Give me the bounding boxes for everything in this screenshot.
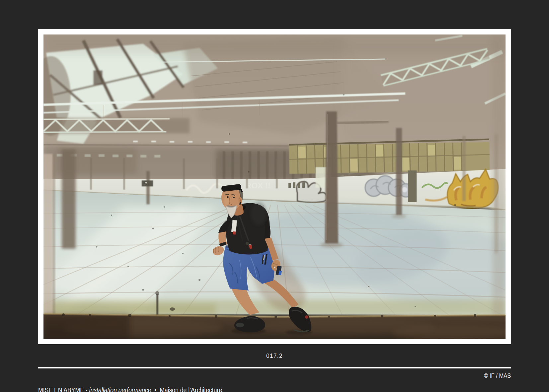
caption-venue: • Maison de l’Architecture bbox=[151, 386, 222, 392]
photo: ROX !! bbox=[43, 34, 506, 339]
divider-rule bbox=[38, 367, 511, 368]
caption-subtitle-italic: installation performance bbox=[89, 386, 151, 392]
plate-number: 017.2 bbox=[14, 353, 535, 359]
sepia-wash bbox=[43, 34, 506, 339]
photo-frame: ROX !! bbox=[38, 29, 511, 344]
caption-line1: MISE EN ABYME - installation performance… bbox=[38, 386, 222, 392]
caption: MISE EN ABYME - installation performance… bbox=[38, 372, 222, 392]
page: ROX !! bbox=[0, 0, 549, 392]
top-vignette bbox=[43, 34, 506, 54]
credit: © IF / MAS bbox=[484, 372, 511, 379]
caption-title: MISE EN ABYME - bbox=[38, 386, 89, 392]
photo-illustration: ROX !! bbox=[43, 34, 506, 339]
